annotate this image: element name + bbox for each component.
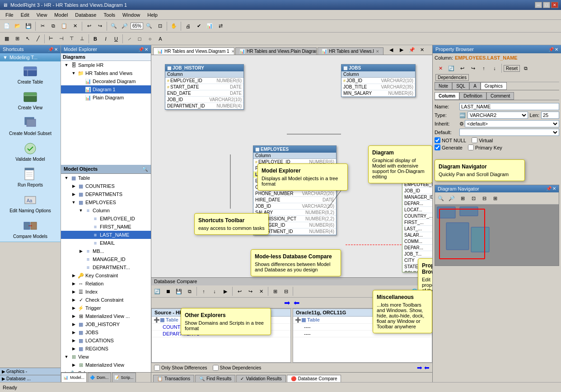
dbc-dependencies-check[interactable] [213, 365, 219, 371]
mgr-id-item[interactable]: ≡ MANAGER_ID [61, 255, 151, 263]
dn-content[interactable] [435, 205, 559, 266]
me-tab-model[interactable]: 📊 Model... [61, 373, 87, 382]
dbc-redo[interactable]: ↪ [245, 286, 255, 296]
pb-reset-btn[interactable]: Reset [504, 65, 520, 72]
diagram1-item[interactable]: 📊 Diagram 1 [61, 85, 151, 93]
index-item[interactable]: ▶ ☰ Index [61, 288, 151, 296]
shortcuts-pin[interactable]: 📌 [48, 47, 53, 52]
key-constraint-item[interactable]: ▶ 🔑 Key Constraint [61, 271, 151, 280]
dn-fit[interactable]: ⊡ [468, 193, 478, 203]
dbc-nav-left[interactable]: ⬅ [424, 364, 430, 371]
me-pin[interactable]: 📌 [138, 47, 144, 52]
pb-pin[interactable]: 📌 [548, 47, 554, 52]
dbc-save[interactable]: 💾 [174, 286, 184, 296]
dn-btn6[interactable]: ⊞ [490, 193, 500, 203]
dbc-nav-right[interactable]: ➡ [417, 364, 422, 371]
pb-pk-check[interactable] [468, 145, 474, 150]
table-tool[interactable]: ▦ [2, 34, 12, 44]
btab-dbcompare[interactable]: 🔴 Database Compare [287, 375, 341, 382]
dn-zoom-in[interactable]: 🔍 [436, 193, 446, 203]
reports-button[interactable]: 📊 [205, 21, 215, 31]
line-tool[interactable]: ╱ [33, 34, 43, 44]
emp-exp[interactable]: ▼ [70, 199, 77, 206]
align-top[interactable]: ⊤ [67, 34, 77, 44]
employees-item[interactable]: ▼ ▦ EMPLOYEES [61, 198, 151, 206]
table-root-item[interactable]: ▼ ▦ Table [61, 174, 151, 182]
zoom-in[interactable]: 🔎 [120, 21, 130, 31]
draw-rect[interactable]: □ [135, 34, 145, 44]
plain-expander[interactable] [77, 94, 84, 101]
dn-close[interactable]: ✕ [552, 186, 556, 191]
shortcuts-close[interactable]: ✕ [54, 47, 58, 52]
pb-inherit-select[interactable]: <default> [465, 120, 559, 127]
hr-tv-expander[interactable]: ▼ [70, 70, 77, 77]
dbc-arrow-left[interactable]: ⬅ [294, 299, 299, 307]
minimize-button[interactable]: ─ [535, 2, 542, 8]
menu-tools[interactable]: Tools [100, 11, 119, 19]
tab-prev[interactable]: ◀ [386, 45, 396, 55]
pb-tab-note[interactable]: Note [435, 82, 452, 90]
dn-btn5[interactable]: ⊟ [479, 193, 489, 203]
pb-copy-icon[interactable]: ⧉ [521, 63, 531, 73]
dbc-stop[interactable]: ⏹ [163, 286, 173, 296]
paste-button[interactable]: 📋 [59, 21, 69, 31]
hand-tool[interactable]: ✋ [169, 21, 179, 31]
create-view-shortcut[interactable]: Create View [0, 87, 61, 113]
restore-button[interactable]: □ [543, 2, 550, 8]
pb-virtual-check[interactable] [472, 137, 477, 143]
menu-window[interactable]: Window [119, 11, 144, 19]
undo-button[interactable]: ↩ [84, 21, 94, 31]
open-button[interactable]: 📂 [13, 21, 23, 31]
trigger-item[interactable]: ▶ ⚡ Trigger [61, 304, 151, 312]
btab-find[interactable]: 🔍 Find Results [195, 375, 236, 382]
menu-file[interactable]: File [2, 11, 17, 19]
tab-next[interactable]: ▶ [397, 45, 407, 55]
tab1-close[interactable]: ✕ [231, 49, 234, 54]
departments-item[interactable]: ▶ ▦ DEPARTMENTS [61, 190, 151, 198]
hr-tables-views-item[interactable]: ▼ 📁 HR Tables and Views [61, 69, 151, 77]
tab-third[interactable]: 📊 HR Tables and Views.l ✕ [318, 47, 383, 55]
menu-view[interactable]: View [33, 11, 51, 19]
column-folder-item[interactable]: ▼ ≡ Column [61, 206, 151, 215]
btab-validation[interactable]: ✓ Validation Results [236, 375, 285, 382]
tab3-close[interactable]: ✕ [376, 49, 379, 54]
tab-plain[interactable]: 📊 HR Tables and Views.Plain Diagram ✕ [235, 47, 317, 55]
pb-undo[interactable]: ↩ [457, 63, 467, 73]
pb-down[interactable]: ↓ [490, 63, 500, 73]
jobs-item[interactable]: ▶ ▦ JOBS [61, 328, 151, 336]
pb-refresh[interactable]: 🔄 [446, 63, 456, 73]
titlebar-controls[interactable]: ─ □ ✕ [535, 2, 558, 8]
dbc-cols[interactable]: ⊟ [281, 286, 291, 296]
countries-item[interactable]: ▶ ▦ COUNTRIES [61, 182, 151, 190]
select-tool[interactable]: ↖ [23, 34, 33, 44]
pb-len-input[interactable] [541, 112, 559, 119]
plain-diagram-item[interactable]: 📊 Plain Diagram [61, 93, 151, 102]
align-right[interactable]: ⊣ [56, 34, 66, 44]
draw-line[interactable]: ⟋ [124, 34, 134, 44]
cut-button[interactable]: ✂ [37, 21, 47, 31]
check-constraint-item[interactable]: ▶ ✓ Check Constraint [61, 296, 151, 304]
sample-hr-expander[interactable]: ▼ [63, 61, 70, 69]
copy-button[interactable]: ⧉ [48, 21, 58, 31]
pb-redo[interactable]: ↪ [468, 63, 478, 73]
naming-shortcut[interactable]: Aa Edit Naming Options [0, 190, 61, 216]
pb-tab-graphics[interactable]: Graphics [481, 82, 507, 90]
locations-item[interactable]: ▶ ▦ LOCATIONS [61, 336, 151, 345]
view-tool[interactable]: ⊞ [12, 34, 22, 44]
delete-button[interactable]: ✕ [70, 21, 80, 31]
job-history-table[interactable]: ▦ JOB_HISTORY Column # EMPLOYEE_ID NUMBE… [165, 64, 244, 110]
reports-shortcut[interactable]: Run Reports [0, 164, 61, 190]
pb-type-select[interactable]: VARCHAR2 [468, 112, 528, 119]
mat-view-root-item[interactable]: ▶ ⊞ Materialized View [61, 361, 151, 369]
dbc-x[interactable]: ✕ [256, 286, 266, 296]
view-root-item[interactable]: ▼ ⊞ View [61, 353, 151, 361]
regions-item[interactable]: ▶ ▦ REGIONS [61, 345, 151, 353]
pb-subtab-column[interactable]: Column [435, 92, 459, 100]
create-table-shortcut[interactable]: Create Table [0, 61, 61, 87]
pb-not-null-check[interactable] [435, 137, 440, 143]
first-name-item[interactable]: ≡ FIRST_NAME [61, 223, 151, 231]
pb-x-btn[interactable]: ✕ [435, 63, 445, 73]
dn-zoom-out[interactable]: 🔎 [447, 193, 457, 203]
menu-edit[interactable]: Edit [17, 11, 33, 19]
relation-item[interactable]: ▶ ↔ Relation [61, 280, 151, 288]
